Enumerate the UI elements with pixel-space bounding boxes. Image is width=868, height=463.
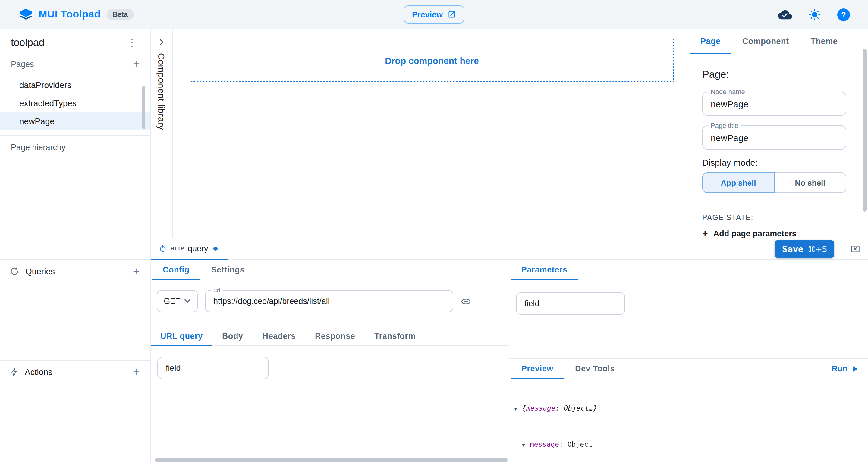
tab-page[interactable]: Page bbox=[689, 29, 732, 54]
inspector-tabs: Page Component Theme bbox=[687, 29, 861, 54]
preview-button[interactable]: Preview bbox=[404, 5, 464, 24]
query-editor-panel: HTTP query Save ⌘+S Config Settings bbox=[151, 238, 868, 463]
run-button[interactable]: Run bbox=[832, 359, 859, 379]
drop-zone[interactable]: Drop component here bbox=[190, 38, 674, 82]
inspector-scrollbar-thumb[interactable] bbox=[863, 49, 867, 212]
tab-preview[interactable]: Preview bbox=[510, 359, 564, 379]
sidebar-item-newpage[interactable]: newPage bbox=[0, 112, 150, 130]
url-input-label: url bbox=[211, 286, 223, 294]
page-canvas[interactable]: Drop component here bbox=[173, 29, 687, 238]
tab-config[interactable]: Config bbox=[152, 260, 200, 280]
method-value: GET bbox=[164, 297, 181, 306]
http-query-icon bbox=[158, 244, 167, 253]
add-page-parameters-button[interactable]: + Add page parameters bbox=[702, 228, 846, 238]
theme-brightness-icon[interactable] bbox=[808, 8, 821, 21]
display-mode-toggle: App shell No shell bbox=[702, 173, 846, 193]
queries-section: Queries + bbox=[0, 259, 150, 283]
add-page-button[interactable]: + bbox=[130, 59, 142, 69]
add-query-button[interactable]: + bbox=[130, 266, 142, 277]
request-row: GET url https://dog.ceo/api/breeds/list/… bbox=[157, 290, 509, 312]
save-button[interactable]: Save ⌘+S bbox=[775, 240, 834, 258]
play-icon bbox=[851, 365, 858, 372]
url-input[interactable]: url https://dog.ceo/api/breeds/list/all bbox=[205, 290, 453, 312]
app-shell-button[interactable]: App shell bbox=[702, 173, 775, 193]
tab-theme[interactable]: Theme bbox=[800, 29, 849, 54]
url-query-field-value: field bbox=[166, 364, 181, 373]
brand: MUI Toolpad Beta bbox=[19, 8, 134, 21]
no-shell-button[interactable]: No shell bbox=[775, 173, 846, 193]
tab-parameters[interactable]: Parameters bbox=[510, 260, 578, 280]
mui-toolpad-app: MUI Toolpad Beta Preview ? toolpad ⋮ Pag… bbox=[0, 0, 868, 463]
parameters-field-input[interactable]: field bbox=[516, 292, 625, 315]
header-actions: ? bbox=[778, 0, 850, 29]
page-title-value: newPage bbox=[711, 132, 748, 143]
add-action-button[interactable]: + bbox=[130, 367, 142, 377]
request-detail-tabs: URL query Body Headers Response Transfor… bbox=[151, 327, 509, 346]
project-menu-icon[interactable]: ⋮ bbox=[124, 37, 141, 49]
tree-root-node[interactable]: ▼{message: Object…} bbox=[514, 404, 868, 413]
parameters-field-value: field bbox=[524, 299, 539, 308]
display-mode-label: Display mode: bbox=[702, 158, 846, 167]
preview-button-label: Preview bbox=[412, 10, 443, 19]
save-shortcut: ⌘+S bbox=[808, 244, 827, 253]
cloud-done-icon[interactable] bbox=[778, 7, 792, 22]
sidebar-scrollbar[interactable] bbox=[142, 86, 145, 129]
page-list: dataProviders extractedTypes newPage bbox=[0, 76, 150, 130]
tab-url-query[interactable]: URL query bbox=[151, 327, 213, 345]
tree-root-preview: : Object…} bbox=[555, 404, 597, 412]
node-name-field[interactable]: Node name newPage bbox=[702, 92, 846, 116]
project-name: toolpad bbox=[11, 37, 44, 49]
page-hierarchy-label: Page hierarchy bbox=[0, 136, 150, 159]
parameters-tabs: Parameters bbox=[509, 260, 868, 280]
actions-icon bbox=[10, 367, 19, 376]
page-item-label: dataProviders bbox=[19, 80, 71, 90]
page-title-field[interactable]: Page title newPage bbox=[702, 125, 846, 150]
tree-root-brace: { bbox=[522, 404, 526, 412]
page-title-label: Page title bbox=[708, 122, 741, 129]
tab-transform[interactable]: Transform bbox=[365, 327, 425, 345]
pages-section-header: Pages + bbox=[0, 54, 150, 73]
request-config-section: Config Settings GET url https://dog.ceo/… bbox=[151, 260, 509, 463]
app-header: MUI Toolpad Beta Preview ? bbox=[0, 0, 868, 29]
horizontal-scrollbar-thumb[interactable] bbox=[155, 458, 507, 462]
tree-node[interactable]: ▼messageObject bbox=[514, 440, 868, 449]
help-icon[interactable]: ? bbox=[837, 8, 850, 21]
query-preview-section: Parameters field Preview Dev Tools Run ▼… bbox=[509, 260, 868, 463]
tree-root-key: message bbox=[526, 404, 555, 412]
actions-label: Actions bbox=[25, 367, 53, 377]
tab-component[interactable]: Component bbox=[732, 29, 800, 54]
sidebar-item-dataproviders[interactable]: dataProviders bbox=[0, 76, 150, 94]
tree-node-value: Object bbox=[567, 440, 592, 449]
tab-response[interactable]: Response bbox=[305, 327, 365, 345]
drop-zone-text: Drop component here bbox=[385, 55, 479, 65]
project-row: toolpad ⋮ bbox=[0, 29, 150, 54]
tree-collapse-icon[interactable]: ▼ bbox=[514, 404, 522, 413]
run-button-label: Run bbox=[832, 364, 848, 373]
query-tab-row: HTTP query Save ⌘+S bbox=[151, 238, 868, 260]
link-icon[interactable] bbox=[461, 296, 471, 307]
page-item-label: extractedTypes bbox=[19, 98, 76, 108]
query-name: query bbox=[188, 244, 208, 253]
add-page-parameters-label: Add page parameters bbox=[713, 229, 797, 238]
beta-badge: Beta bbox=[107, 9, 134, 20]
tab-body[interactable]: Body bbox=[213, 327, 253, 345]
http-type-label: HTTP bbox=[170, 246, 184, 251]
chevron-down-icon bbox=[185, 299, 191, 303]
result-tree: ▼{message: Object…} ▼messageObject affen… bbox=[509, 380, 868, 463]
url-query-field-input[interactable]: field bbox=[157, 357, 269, 379]
component-library-label: Component library bbox=[156, 53, 167, 130]
app-title: MUI Toolpad bbox=[38, 8, 101, 21]
config-tabs: Config Settings bbox=[151, 260, 509, 280]
tab-settings[interactable]: Settings bbox=[200, 260, 255, 280]
sidebar-item-extractedtypes[interactable]: extractedTypes bbox=[0, 94, 150, 112]
method-select[interactable]: GET bbox=[157, 290, 198, 312]
tab-dev-tools[interactable]: Dev Tools bbox=[564, 359, 626, 379]
tree-collapse-icon[interactable]: ▼ bbox=[522, 441, 530, 450]
node-name-label: Node name bbox=[708, 88, 747, 95]
inspector-scrollbar-track bbox=[861, 29, 868, 238]
expand-component-library-icon[interactable] bbox=[157, 37, 166, 47]
tab-headers[interactable]: Headers bbox=[253, 327, 305, 345]
close-panel-button[interactable] bbox=[850, 244, 860, 254]
preview-tabs-row: Preview Dev Tools Run bbox=[509, 358, 868, 379]
query-tab[interactable]: HTTP query bbox=[151, 238, 228, 259]
